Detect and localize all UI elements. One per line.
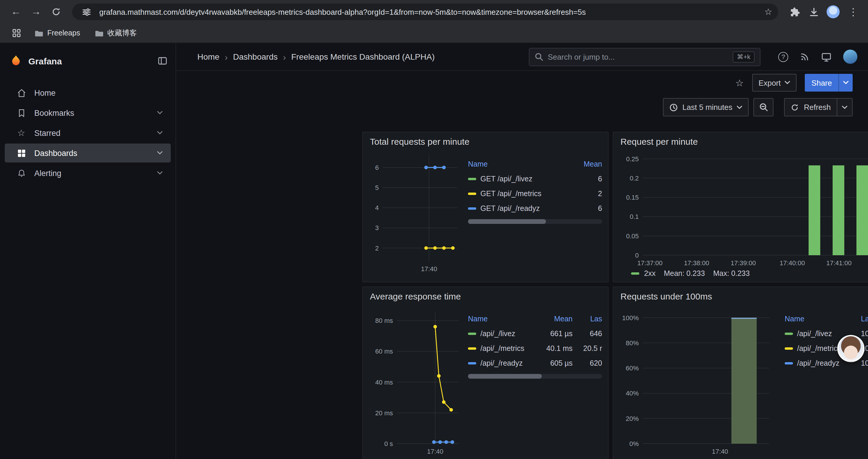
downloads-icon[interactable]: [805, 4, 822, 20]
url-text[interactable]: grafana.mathmast.com/d/deytv4rwavabkb/fr…: [99, 7, 760, 16]
site-settings-icon[interactable]: [78, 4, 95, 20]
svg-text:17:39:00: 17:39:00: [731, 259, 756, 267]
panel-title[interactable]: Average response time: [363, 287, 608, 303]
bookmark-label[interactable]: 收藏博客: [107, 28, 137, 38]
panel-title[interactable]: Request per minute: [613, 132, 868, 148]
legend-column-header[interactable]: Name: [468, 311, 536, 326]
grafana-logo[interactable]: [9, 54, 23, 67]
panel-title[interactable]: Requests under 100ms: [613, 287, 868, 303]
svg-text:100%: 100%: [622, 314, 639, 322]
chevron-down-icon[interactable]: [157, 151, 162, 155]
sidebar-item-bookmarks[interactable]: Bookmarks: [5, 103, 171, 122]
favorite-star-icon[interactable]: ☆: [735, 77, 744, 88]
profile-avatar[interactable]: [827, 5, 840, 18]
sidebar-item-home[interactable]: Home: [5, 83, 171, 102]
scrollbar-thumb[interactable]: [468, 219, 546, 224]
legend-scrollbar[interactable]: [468, 374, 602, 379]
legend-column-header[interactable]: Name: [785, 311, 849, 326]
bookmarks-bar: Freeleaps 收藏博客: [0, 24, 868, 43]
svg-text:2: 2: [375, 244, 379, 252]
bell-icon: [16, 169, 27, 177]
series-name[interactable]: GET /api/_/readyz: [480, 204, 540, 212]
bookmark-folder-freeleaps[interactable]: Freeleaps: [30, 27, 85, 39]
series-name[interactable]: /api/_/readyz: [480, 359, 523, 367]
main-area: Home › Dashboards › Freeleaps Metrics Da…: [176, 43, 868, 459]
requests-under-100ms-chart[interactable]: 0%20%40%60%80%100%17:40: [619, 303, 780, 458]
legend-column-header[interactable]: Last *: [852, 311, 868, 326]
forward-icon[interactable]: →: [27, 3, 45, 21]
bookmark-label[interactable]: Freeleaps: [47, 29, 80, 37]
reload-icon[interactable]: [47, 3, 65, 21]
legend-row[interactable]: /api/_/readyz: [785, 356, 849, 370]
series-swatch: [631, 272, 639, 275]
zoom-out-button[interactable]: [754, 98, 774, 117]
panel-title[interactable]: Total requests per minute: [363, 132, 608, 148]
series-name[interactable]: /api/_/readyz: [797, 359, 839, 367]
legend-column-header[interactable]: Mean: [539, 311, 572, 326]
series-name[interactable]: /api/_/livez: [480, 329, 515, 338]
chevron-down-icon[interactable]: [157, 131, 162, 135]
share-caret[interactable]: [838, 74, 852, 92]
legend-column-header[interactable]: Mean: [575, 157, 602, 171]
share-button[interactable]: Share: [805, 74, 852, 92]
series-name[interactable]: /api/_/metrics: [797, 344, 841, 352]
legend-row[interactable]: GET /api/_/readyz: [468, 201, 571, 216]
legend-row[interactable]: GET /api/_/metrics: [468, 186, 571, 201]
zoom-out-icon: [759, 103, 768, 112]
chevron-down-icon[interactable]: [157, 111, 162, 114]
rss-icon[interactable]: [800, 52, 809, 61]
time-range-picker[interactable]: Last 5 minutes: [663, 98, 749, 117]
search-input[interactable]: Search or jump to... ⌘+k: [529, 47, 761, 66]
refresh-controls: Refresh: [784, 98, 852, 117]
url-bar[interactable]: grafana.mathmast.com/d/deytv4rwavabkb/fr…: [72, 4, 778, 20]
help-icon[interactable]: ?: [778, 52, 788, 62]
breadcrumb-home[interactable]: Home: [197, 52, 219, 61]
sidebar-item-alerting[interactable]: Alerting: [5, 164, 171, 183]
series-name[interactable]: /api/_/livez: [797, 329, 832, 338]
apps-grid-icon[interactable]: [8, 25, 25, 41]
share-label[interactable]: Share: [805, 74, 838, 92]
sidebar-item-dashboards[interactable]: Dashboards: [5, 143, 171, 162]
series-name[interactable]: 2xx: [644, 269, 656, 277]
chevron-down-icon: [737, 105, 742, 109]
legend-column-header[interactable]: Name: [468, 157, 571, 171]
legend-row[interactable]: /api/_/readyz: [468, 356, 536, 370]
legend-column-header[interactable]: Las: [576, 311, 602, 326]
legend-scrollbar[interactable]: [468, 219, 602, 224]
refresh-button[interactable]: Refresh: [784, 98, 837, 117]
svg-text:0.1: 0.1: [629, 213, 639, 220]
dock-sidebar-icon[interactable]: [158, 56, 167, 66]
svg-text:60%: 60%: [626, 364, 639, 372]
average-response-time-chart[interactable]: 0 s20 ms40 ms60 ms80 ms17:40: [369, 303, 463, 458]
scrollbar-thumb[interactable]: [468, 374, 542, 379]
legend-row[interactable]: /api/_/metrics: [468, 341, 536, 356]
clock-icon: [670, 103, 678, 111]
total-requests-chart[interactable]: 2345617:40: [369, 148, 463, 275]
series-name[interactable]: GET /api/_/livez: [480, 174, 532, 183]
extensions-icon[interactable]: [786, 4, 803, 20]
monitor-icon[interactable]: [821, 52, 831, 62]
export-button[interactable]: Export: [752, 74, 797, 92]
brand-name[interactable]: Grafana: [28, 56, 152, 66]
series-name[interactable]: /api/_/metrics: [480, 344, 524, 352]
refresh-interval-caret[interactable]: [837, 98, 852, 117]
bookmark-star-icon[interactable]: ☆: [764, 6, 772, 17]
legend-row[interactable]: /api/_/livez: [468, 326, 536, 341]
legend: NameMeanGET /api/_/livez6GET /api/_/metr…: [468, 157, 602, 275]
legend-row[interactable]: GET /api/_/livez: [468, 171, 571, 186]
request-per-minute-chart[interactable]: 00.050.10.150.20.2517:37:0017:38:0017:39…: [619, 148, 868, 269]
svg-text:20%: 20%: [626, 415, 639, 422]
refresh-icon: [791, 103, 799, 111]
back-icon[interactable]: ←: [7, 3, 25, 21]
sidebar-item-starred[interactable]: ☆ Starred: [5, 124, 171, 142]
breadcrumb-dashboards[interactable]: Dashboards: [233, 52, 278, 61]
bookmark-folder-blogs[interactable]: 收藏博客: [90, 26, 142, 40]
user-avatar[interactable]: [843, 50, 857, 64]
series-name[interactable]: GET /api/_/metrics: [480, 189, 541, 198]
legend-mean: Mean: 0.233: [664, 269, 705, 277]
chevron-down-icon[interactable]: [157, 171, 162, 175]
assistant-avatar[interactable]: [837, 335, 864, 362]
chevron-down-icon: [785, 81, 790, 85]
legend-row[interactable]: /api/_/livez: [785, 326, 849, 341]
browser-menu-icon[interactable]: ⋮: [844, 3, 862, 21]
